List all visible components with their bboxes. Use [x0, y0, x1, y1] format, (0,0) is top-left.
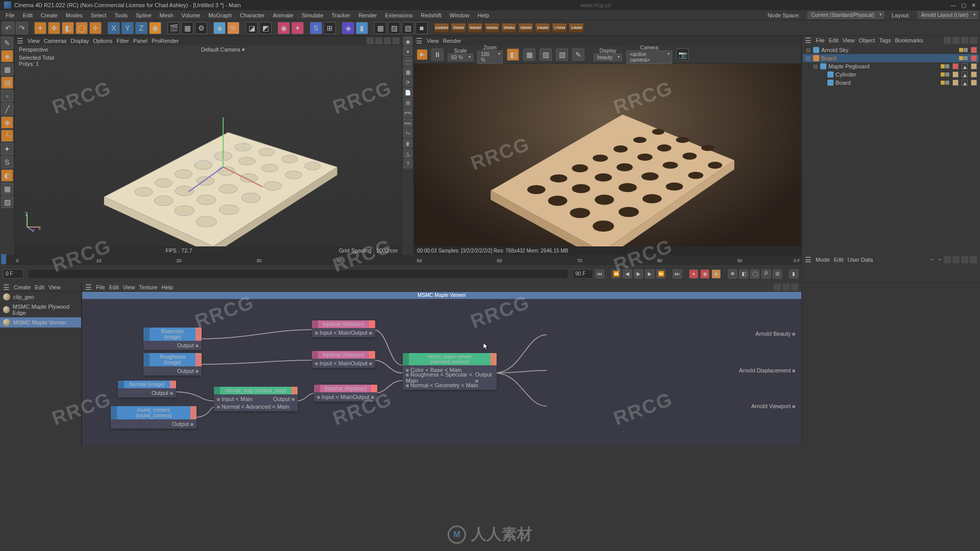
- autokey-button[interactable]: ◉: [700, 269, 709, 279]
- render-button[interactable]: 🎬: [167, 22, 180, 34]
- menu-spline[interactable]: Spline: [132, 11, 155, 19]
- material-msmc-maple-veneer[interactable]: MSMC Maple Veneer: [0, 317, 81, 328]
- rv-tool[interactable]: ▦: [523, 48, 535, 61]
- snapshot-button[interactable]: 📷: [676, 48, 689, 61]
- snap-mode[interactable]: S: [1, 156, 13, 168]
- ipr-tool[interactable]: ?: [403, 159, 412, 168]
- node-standard-surface[interactable]: MSMC Maple Veneer (standard_surface) Col…: [403, 353, 497, 390]
- tl-opt[interactable]: ▮: [789, 269, 798, 279]
- lens-100[interactable]: 100MM: [434, 23, 449, 33]
- play-button[interactable]: ▶: [634, 269, 643, 279]
- om-icon[interactable]: [952, 37, 960, 44]
- field-button[interactable]: ▮: [356, 22, 368, 34]
- layout-dropdown[interactable]: Arnold Layout (User): [918, 11, 978, 19]
- scale-tool[interactable]: ◧: [62, 22, 74, 34]
- lens-35[interactable]: 35MM: [501, 23, 517, 33]
- endpoint-beauty[interactable]: Arnold Beauty: [755, 331, 795, 337]
- lens-28[interactable]: 28MM: [518, 23, 533, 33]
- om-menu-file[interactable]: File: [816, 37, 825, 43]
- ne-menu-edit[interactable]: Edit: [109, 284, 119, 290]
- end-frame-input[interactable]: [573, 269, 593, 279]
- node-editor[interactable]: ☰ File Edit View Texture Help MSMC Maple…: [82, 283, 801, 446]
- vp-menu-options[interactable]: Options: [93, 38, 112, 44]
- menu-extensions[interactable]: Extensions: [381, 11, 416, 19]
- lens-17[interactable]: 17MM: [552, 23, 567, 33]
- menu-tools[interactable]: Tools: [111, 11, 131, 19]
- keyframe-button[interactable]: ◈: [712, 269, 721, 279]
- om-menu-bookmarks[interactable]: Bookmarks: [895, 37, 923, 43]
- ne-icon[interactable]: [782, 284, 790, 291]
- menu-select[interactable]: Select: [87, 11, 110, 19]
- start-frame-input[interactable]: [3, 269, 23, 279]
- menu-window[interactable]: Window: [446, 11, 473, 19]
- vp-nav-icon[interactable]: [366, 37, 374, 44]
- tag-button[interactable]: ◪: [246, 22, 258, 34]
- ipr-tool[interactable]: ✦: [403, 47, 412, 56]
- workplane-button[interactable]: ⊞: [324, 22, 336, 34]
- menu-character[interactable]: Character: [236, 11, 268, 19]
- node-canvas[interactable]: Basecolor (image) Output Roughness (imag…: [82, 299, 801, 446]
- primitive-button[interactable]: ◈: [213, 22, 226, 34]
- layer1[interactable]: ▦: [1, 183, 13, 195]
- lens-40[interactable]: 40MM: [484, 23, 500, 33]
- tree-item-board[interactable]: Board▲: [803, 79, 979, 87]
- node-basecolor[interactable]: Basecolor (image) Output: [143, 328, 202, 350]
- material-clip_geo[interactable]: clip_geo: [0, 292, 81, 302]
- timeline-ruler[interactable]: 0 10 20 30 40 50 60 70 80 90 0 F: [0, 255, 801, 264]
- mm-menu-edit[interactable]: Edit: [35, 284, 44, 290]
- om-icon[interactable]: [961, 37, 968, 44]
- tl-opt[interactable]: ◯: [750, 269, 760, 279]
- viewport-render[interactable]: ☰ View Render ▶ ⏸ Scale 60 % Zoom 100 % …: [413, 36, 801, 255]
- key-next[interactable]: ⏩: [656, 269, 666, 279]
- menu-simulate[interactable]: Simulate: [298, 11, 327, 19]
- endpoint-displacement[interactable]: Arnold Displacement: [739, 367, 795, 373]
- ne-icon[interactable]: [774, 284, 781, 291]
- ipr-tool[interactable]: 🗑: [403, 139, 412, 148]
- endpoint-viewport[interactable]: Arnold Viewport: [751, 403, 795, 409]
- scale-dropdown[interactable]: 60 %: [448, 54, 473, 61]
- am-back[interactable]: ←: [929, 256, 935, 263]
- rv-tool[interactable]: ▧: [556, 48, 568, 61]
- vp-camera[interactable]: Default Camera ▾: [201, 46, 245, 53]
- tree-item-cylinder[interactable]: Cylinder▲: [803, 70, 979, 79]
- generator-button[interactable]: ◉: [278, 22, 290, 34]
- node-space-dropdown[interactable]: Current (Standard/Physical): [807, 11, 884, 19]
- move-tool[interactable]: ✥: [48, 22, 60, 34]
- om-menu-edit[interactable]: Edit: [829, 37, 839, 43]
- om-menu-tags[interactable]: Tags: [879, 37, 891, 43]
- effector-button[interactable]: ✦: [291, 22, 304, 34]
- vp-nav-icon[interactable]: [375, 37, 382, 44]
- layer2[interactable]: ▨: [1, 196, 13, 208]
- vp-menu-display[interactable]: Display: [70, 38, 89, 44]
- om-icon[interactable]: [970, 37, 977, 44]
- spline-button[interactable]: ✎: [227, 22, 239, 34]
- menu-render[interactable]: Render: [355, 11, 380, 19]
- node-round-corners[interactable]: round_corners (round_corners) Output: [111, 406, 197, 429]
- om-icon[interactable]: [944, 37, 951, 44]
- tweak-mode[interactable]: ✦: [1, 143, 13, 155]
- ipr-tool[interactable]: ⬚: [403, 57, 412, 66]
- redo-button[interactable]: ↷: [16, 22, 28, 34]
- vp-nav-icon[interactable]: [393, 37, 400, 44]
- node-triplanar-3[interactable]: triplanar (triplanar) Input < MainOutput: [314, 385, 377, 402]
- record-button[interactable]: ●: [689, 269, 698, 279]
- node-roughness[interactable]: Roughness (image) Output: [143, 353, 202, 375]
- ipr-tool[interactable]: △: [403, 149, 412, 158]
- am-menu-mode[interactable]: Mode: [816, 257, 830, 263]
- menu-redshift[interactable]: Redshift: [417, 11, 445, 19]
- model-mode[interactable]: ◈: [1, 50, 13, 62]
- soft-mode[interactable]: ◐: [1, 169, 13, 182]
- rv-menu-render[interactable]: Render: [443, 38, 461, 44]
- z-lock[interactable]: Z: [135, 22, 148, 34]
- ipr-tool[interactable]: ⊞: [403, 98, 412, 107]
- render-settings[interactable]: ⚙: [195, 22, 207, 34]
- am-fwd[interactable]: →: [937, 256, 942, 263]
- shade3[interactable]: ▧: [402, 22, 414, 34]
- shade2[interactable]: ▨: [388, 22, 400, 34]
- vp-menu-panel[interactable]: Panel: [133, 38, 148, 44]
- frame-back[interactable]: ◀: [623, 269, 632, 279]
- coord-toggle[interactable]: ◉: [149, 22, 161, 34]
- ne-menu-help[interactable]: Help: [161, 284, 173, 290]
- ipr-tool[interactable]: ⟳: [403, 78, 412, 87]
- ipr-tool[interactable]: 📄: [403, 88, 412, 97]
